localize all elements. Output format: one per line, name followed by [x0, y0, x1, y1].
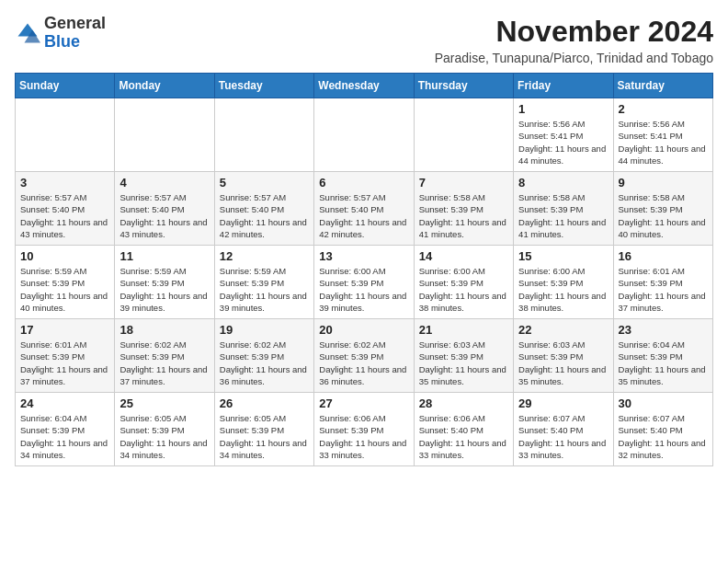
calendar-cell: 26Sunrise: 6:05 AM Sunset: 5:39 PM Dayli… — [214, 393, 313, 466]
day-info: Sunrise: 6:07 AM Sunset: 5:40 PM Dayligh… — [619, 412, 708, 461]
calendar-cell: 7Sunrise: 5:58 AM Sunset: 5:39 PM Daylig… — [414, 172, 513, 246]
day-info: Sunrise: 6:03 AM Sunset: 5:39 PM Dayligh… — [518, 339, 608, 387]
calendar-cell: 21Sunrise: 6:03 AM Sunset: 5:39 PM Dayli… — [414, 319, 513, 393]
day-number: 1 — [518, 102, 608, 116]
calendar-cell: 27Sunrise: 6:06 AM Sunset: 5:39 PM Dayli… — [314, 393, 414, 466]
calendar-cell: 12Sunrise: 5:59 AM Sunset: 5:39 PM Dayli… — [214, 246, 313, 319]
day-info: Sunrise: 5:56 AM Sunset: 5:41 PM Dayligh… — [518, 118, 608, 167]
title-block: November 2024 Paradise, Tunapuna/Piarco,… — [435, 15, 713, 65]
day-number: 23 — [619, 323, 708, 337]
calendar-cell: 18Sunrise: 6:02 AM Sunset: 5:39 PM Dayli… — [115, 319, 214, 393]
day-info: Sunrise: 5:58 AM Sunset: 5:39 PM Dayligh… — [419, 191, 508, 240]
weekday-header-monday: Monday — [115, 74, 214, 98]
day-number: 22 — [518, 323, 608, 337]
day-info: Sunrise: 5:57 AM Sunset: 5:40 PM Dayligh… — [20, 191, 109, 240]
day-number: 4 — [119, 176, 209, 190]
weekday-header-thursday: Thursday — [414, 74, 513, 98]
calendar-cell: 19Sunrise: 6:02 AM Sunset: 5:39 PM Dayli… — [214, 319, 313, 393]
month-year: November 2024 — [435, 15, 713, 49]
day-number: 21 — [419, 323, 508, 337]
calendar-cell: 28Sunrise: 6:06 AM Sunset: 5:40 PM Dayli… — [414, 393, 513, 466]
calendar-cell: 20Sunrise: 6:02 AM Sunset: 5:39 PM Dayli… — [314, 319, 414, 393]
day-info: Sunrise: 6:07 AM Sunset: 5:40 PM Dayligh… — [518, 412, 608, 461]
logo-icon — [15, 20, 40, 46]
day-number: 2 — [619, 102, 708, 116]
day-info: Sunrise: 5:57 AM Sunset: 5:40 PM Dayligh… — [119, 191, 209, 240]
day-number: 3 — [20, 176, 109, 190]
weekday-header-sunday: Sunday — [16, 74, 115, 98]
day-info: Sunrise: 6:04 AM Sunset: 5:39 PM Dayligh… — [619, 339, 708, 387]
calendar-cell: 23Sunrise: 6:04 AM Sunset: 5:39 PM Dayli… — [613, 319, 712, 393]
calendar-cell: 13Sunrise: 6:00 AM Sunset: 5:39 PM Dayli… — [314, 246, 414, 319]
day-info: Sunrise: 5:59 AM Sunset: 5:39 PM Dayligh… — [20, 265, 109, 314]
day-info: Sunrise: 5:56 AM Sunset: 5:41 PM Dayligh… — [619, 118, 708, 167]
day-info: Sunrise: 5:59 AM Sunset: 5:39 PM Dayligh… — [220, 265, 309, 314]
weekday-header-saturday: Saturday — [613, 74, 712, 98]
day-number: 6 — [319, 176, 408, 190]
calendar-cell: 5Sunrise: 5:57 AM Sunset: 5:40 PM Daylig… — [214, 172, 313, 246]
day-number: 7 — [419, 176, 508, 190]
calendar-cell: 4Sunrise: 5:57 AM Sunset: 5:40 PM Daylig… — [115, 172, 214, 246]
logo-general: General — [44, 14, 106, 32]
logo-text: General Blue — [44, 15, 106, 52]
calendar-cell: 1Sunrise: 5:56 AM Sunset: 5:41 PM Daylig… — [514, 98, 613, 172]
calendar-cell: 6Sunrise: 5:57 AM Sunset: 5:40 PM Daylig… — [314, 172, 414, 246]
day-info: Sunrise: 6:02 AM Sunset: 5:39 PM Dayligh… — [220, 339, 309, 387]
calendar-cell: 30Sunrise: 6:07 AM Sunset: 5:40 PM Dayli… — [613, 393, 712, 466]
calendar-cell — [314, 98, 414, 172]
calendar-cell: 10Sunrise: 5:59 AM Sunset: 5:39 PM Dayli… — [16, 246, 115, 319]
day-number: 10 — [20, 249, 109, 263]
logo-blue: Blue — [44, 32, 80, 51]
calendar-cell: 25Sunrise: 6:05 AM Sunset: 5:39 PM Dayli… — [115, 393, 214, 466]
day-number: 28 — [419, 396, 508, 410]
day-number: 25 — [119, 396, 209, 410]
day-info: Sunrise: 6:03 AM Sunset: 5:39 PM Dayligh… — [419, 339, 508, 387]
day-info: Sunrise: 5:58 AM Sunset: 5:39 PM Dayligh… — [619, 191, 708, 240]
calendar-cell: 17Sunrise: 6:01 AM Sunset: 5:39 PM Dayli… — [16, 319, 115, 393]
day-info: Sunrise: 5:59 AM Sunset: 5:39 PM Dayligh… — [119, 265, 209, 314]
day-info: Sunrise: 6:01 AM Sunset: 5:39 PM Dayligh… — [20, 339, 109, 387]
calendar-cell — [214, 98, 313, 172]
day-info: Sunrise: 6:04 AM Sunset: 5:39 PM Dayligh… — [20, 412, 109, 461]
day-number: 9 — [619, 176, 708, 190]
calendar-cell: 14Sunrise: 6:00 AM Sunset: 5:39 PM Dayli… — [414, 246, 513, 319]
day-number: 20 — [319, 323, 408, 337]
calendar-week-3: 10Sunrise: 5:59 AM Sunset: 5:39 PM Dayli… — [16, 246, 713, 319]
calendar-cell: 29Sunrise: 6:07 AM Sunset: 5:40 PM Dayli… — [514, 393, 613, 466]
day-number: 14 — [419, 249, 508, 263]
calendar-cell: 3Sunrise: 5:57 AM Sunset: 5:40 PM Daylig… — [16, 172, 115, 246]
day-number: 30 — [619, 396, 708, 410]
calendar-cell: 8Sunrise: 5:58 AM Sunset: 5:39 PM Daylig… — [514, 172, 613, 246]
day-number: 12 — [220, 249, 309, 263]
day-info: Sunrise: 5:57 AM Sunset: 5:40 PM Dayligh… — [220, 191, 309, 240]
location: Paradise, Tunapuna/Piarco, Trinidad and … — [435, 51, 713, 65]
day-info: Sunrise: 6:02 AM Sunset: 5:39 PM Dayligh… — [119, 339, 209, 387]
weekday-header-wednesday: Wednesday — [314, 74, 414, 98]
day-number: 26 — [220, 396, 309, 410]
calendar-week-5: 24Sunrise: 6:04 AM Sunset: 5:39 PM Dayli… — [16, 393, 713, 466]
calendar-cell: 9Sunrise: 5:58 AM Sunset: 5:39 PM Daylig… — [613, 172, 712, 246]
calendar-table: SundayMondayTuesdayWednesdayThursdayFrid… — [15, 73, 713, 466]
page-header: General Blue November 2024 Paradise, Tun… — [15, 15, 713, 65]
day-info: Sunrise: 6:01 AM Sunset: 5:39 PM Dayligh… — [619, 265, 708, 314]
day-number: 5 — [220, 176, 309, 190]
weekday-header-friday: Friday — [514, 74, 613, 98]
day-info: Sunrise: 6:05 AM Sunset: 5:39 PM Dayligh… — [119, 412, 209, 461]
calendar-cell — [115, 98, 214, 172]
day-number: 17 — [20, 323, 109, 337]
day-number: 24 — [20, 396, 109, 410]
day-number: 19 — [220, 323, 309, 337]
day-info: Sunrise: 6:00 AM Sunset: 5:39 PM Dayligh… — [419, 265, 508, 314]
day-info: Sunrise: 6:00 AM Sunset: 5:39 PM Dayligh… — [518, 265, 608, 314]
day-info: Sunrise: 6:06 AM Sunset: 5:39 PM Dayligh… — [319, 412, 408, 461]
day-number: 16 — [619, 249, 708, 263]
calendar-header-row: SundayMondayTuesdayWednesdayThursdayFrid… — [16, 74, 713, 98]
calendar-week-1: 1Sunrise: 5:56 AM Sunset: 5:41 PM Daylig… — [16, 98, 713, 172]
day-number: 29 — [518, 396, 608, 410]
day-info: Sunrise: 5:57 AM Sunset: 5:40 PM Dayligh… — [319, 191, 408, 240]
logo: General Blue — [15, 15, 106, 52]
calendar-cell: 22Sunrise: 6:03 AM Sunset: 5:39 PM Dayli… — [514, 319, 613, 393]
calendar-week-4: 17Sunrise: 6:01 AM Sunset: 5:39 PM Dayli… — [16, 319, 713, 393]
day-info: Sunrise: 6:00 AM Sunset: 5:39 PM Dayligh… — [319, 265, 408, 314]
day-info: Sunrise: 5:58 AM Sunset: 5:39 PM Dayligh… — [518, 191, 608, 240]
